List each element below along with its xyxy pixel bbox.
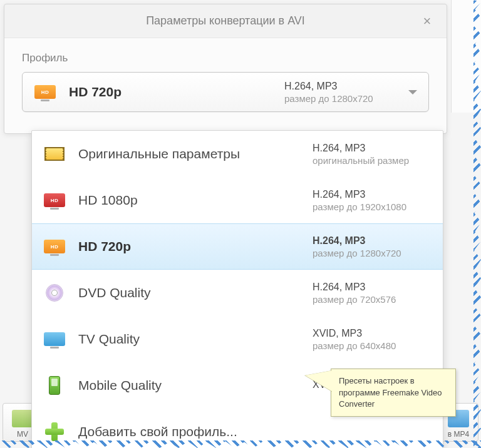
option-codec: H.264, MP3 [313,282,432,293]
selected-codec: H.264, MP3 [284,81,403,92]
disc-icon [43,284,66,302]
format-left-label: MV [17,430,28,439]
option-size: размер до 1920x1080 [313,201,432,212]
option-size: оригинальный размер [313,155,432,166]
option-codec: H.264, MP3 [313,189,432,200]
option-label: HD 1080p [78,193,313,208]
dialog-body: Профиль HD HD 720p H.264, MP3 размер до … [4,38,447,133]
callout-text: Пресеты настроек в программе Freemake Vi… [339,376,442,408]
option-tv[interactable]: TV Quality XVID, MP3 размер до 640x480 [32,316,443,362]
option-codec: H.264, MP3 [313,143,432,154]
option-codec: XVID, MP3 [313,328,432,339]
monitor-hd-icon: HD [34,83,56,101]
monitor-hd-icon: HD [43,191,66,209]
add-profile-label: Добавить свой профиль... [78,424,432,439]
format-mp4-label: в MP4 [448,430,469,439]
selected-size: размер до 1280x720 [284,93,403,104]
option-1080p[interactable]: HD HD 1080p H.264, MP3 размер до 1920x10… [32,177,443,223]
dialog-title: Параметры конвертации в AVI [146,14,305,28]
option-codec: H.264, MP3 [313,235,432,247]
annotation-callout: Пресеты настроек в программе Freemake Vi… [331,369,456,417]
option-size: размер до 1280x720 [313,248,432,258]
option-dvd[interactable]: DVD Quality H.264, MP3 размер до 720x576 [32,270,443,316]
format-icon [12,410,33,427]
profile-select[interactable]: HD HD 720p H.264, MP3 размер до 1280x720 [22,72,429,112]
option-720p[interactable]: HD HD 720p H.264, MP3 размер до 1280x720 [32,223,443,270]
close-button[interactable]: × [419,13,435,29]
option-label: DVD Quality [78,285,313,300]
selected-meta: H.264, MP3 размер до 1280x720 [284,81,403,104]
filmstrip-icon [43,145,66,163]
option-label: Mobile Quality [78,378,313,393]
conversion-dialog: Параметры конвертации в AVI × Профиль HD… [4,4,447,134]
monitor-hd-icon: HD [43,238,66,255]
option-size: размер до 720x576 [313,294,432,305]
selected-label: HD 720p [69,84,284,99]
chevron-down-icon [408,90,417,94]
dialog-header: Параметры конвертации в AVI × [4,4,447,38]
plus-icon [43,423,66,440]
option-original[interactable]: Оригинальные параметры H.264, MP3 оригин… [32,131,443,177]
background-panel [451,0,481,113]
option-label: Оригинальные параметры [78,146,313,161]
option-size: размер до 640x480 [313,340,432,351]
phone-icon [43,377,66,394]
option-label: HD 720p [78,239,313,254]
monitor-icon [43,330,66,348]
callout-tail [305,370,333,392]
profile-label: Профиль [22,52,429,64]
option-label: TV Quality [78,332,313,347]
